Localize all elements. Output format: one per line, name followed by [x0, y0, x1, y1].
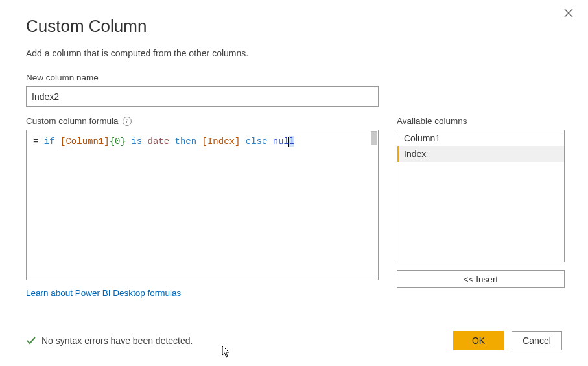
- formula-content: = if [Column1]{0} is date then [Index] e…: [27, 130, 378, 154]
- new-column-name-label: New column name: [26, 73, 562, 82]
- formula-token: then: [175, 136, 197, 147]
- formula-token: nul: [273, 136, 289, 147]
- formula-token: date: [148, 136, 170, 147]
- status-text: No syntax errors have been detected.: [41, 336, 193, 346]
- formula-token: =: [33, 136, 44, 147]
- formula-token: Column1: [65, 136, 104, 147]
- footer-buttons: OK Cancel: [453, 331, 562, 350]
- custom-column-dialog: Custom Column Add a column that is compu…: [0, 0, 588, 366]
- formula-token: }: [120, 136, 125, 147]
- available-columns-label: Available columns: [397, 116, 565, 126]
- check-icon: [26, 336, 36, 346]
- dialog-subtitle: Add a column that is computed from the o…: [26, 48, 562, 58]
- close-icon: [563, 8, 574, 18]
- info-icon[interactable]: i: [123, 117, 132, 126]
- formula-token: Index: [207, 136, 235, 147]
- formula-token: ]: [235, 136, 240, 147]
- formula-token: else: [246, 136, 268, 147]
- new-column-name-label-text: New column name: [26, 73, 99, 82]
- available-column-item[interactable]: Column1: [397, 130, 564, 146]
- syntax-status: No syntax errors have been detected.: [26, 336, 193, 346]
- formula-token: [: [202, 136, 207, 147]
- dialog-footer: No syntax errors have been detected. OK …: [26, 331, 562, 350]
- formula-token: is: [131, 136, 142, 147]
- formula-token: {: [110, 136, 115, 147]
- ok-button[interactable]: OK: [453, 331, 504, 350]
- formula-token: if: [44, 136, 55, 147]
- learn-link[interactable]: Learn about Power BI Desktop formulas: [26, 288, 181, 298]
- formula-label-text: Custom column formula: [26, 116, 119, 126]
- formula-label: Custom column formula i: [26, 116, 379, 126]
- available-columns-label-text: Available columns: [397, 116, 467, 126]
- formula-scrollbar[interactable]: [371, 131, 377, 145]
- cancel-button[interactable]: Cancel: [512, 331, 562, 350]
- close-button[interactable]: [563, 8, 576, 21]
- available-column-item[interactable]: Index: [397, 146, 564, 162]
- available-columns-list: Column1 Index: [397, 130, 565, 262]
- new-column-name-input[interactable]: [26, 86, 379, 107]
- mouse-cursor-icon: [222, 345, 231, 358]
- formula-token: l: [289, 136, 294, 147]
- formula-editor[interactable]: = if [Column1]{0} is date then [Index] e…: [26, 130, 379, 280]
- dialog-title: Custom Column: [26, 16, 562, 36]
- insert-button[interactable]: << Insert: [397, 270, 565, 288]
- formula-token: ]: [104, 136, 109, 147]
